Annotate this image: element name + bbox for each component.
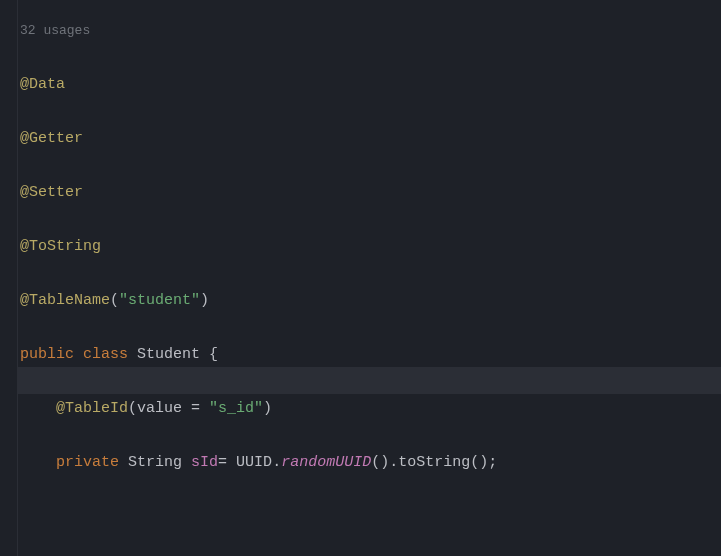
code-line[interactable]: public class Student { — [20, 341, 497, 368]
code-line[interactable]: @TableId(value = "s_id") — [20, 395, 497, 422]
code-line[interactable]: @Setter — [20, 179, 497, 206]
code-line[interactable]: private String sId= UUID.randomUUID().to… — [20, 449, 497, 476]
code-line[interactable] — [20, 503, 497, 530]
code-editor[interactable]: 32 usages @Data @Getter @Setter @ToStrin… — [20, 0, 497, 556]
code-line[interactable]: @TableName("student") — [20, 287, 497, 314]
code-line[interactable]: @Getter — [20, 125, 497, 152]
code-line[interactable]: @Data — [20, 71, 497, 98]
code-line[interactable]: @ToString — [20, 233, 497, 260]
editor-gutter — [0, 0, 18, 556]
usages-hint[interactable]: 32 usages — [20, 17, 497, 44]
